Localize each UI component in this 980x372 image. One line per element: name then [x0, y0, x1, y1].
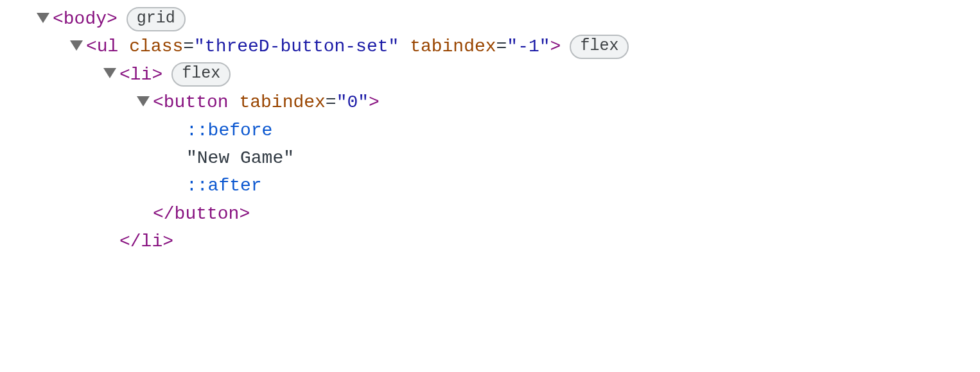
expand-arrow-icon[interactable]: [67, 40, 86, 53]
token-attr-eq: =: [496, 33, 507, 60]
token-attr-name: tabindex: [410, 33, 496, 60]
dom-close-button[interactable]: </button>: [0, 200, 980, 228]
token-attr-eq: =: [183, 33, 194, 60]
token-tag: >: [550, 33, 561, 60]
dom-close-li[interactable]: </li>: [0, 228, 980, 255]
dom-node-body[interactable]: <body>grid: [0, 5, 980, 33]
token-attr-name: tabindex: [239, 89, 325, 116]
layout-badge[interactable]: grid: [127, 7, 186, 31]
token-attr-eq: =: [326, 89, 337, 116]
token-attr-val: "0": [337, 89, 369, 116]
token-tag: <li>: [119, 61, 162, 89]
expand-arrow-icon[interactable]: [134, 96, 153, 109]
token-pseudo: ::after: [186, 172, 262, 199]
layout-badge[interactable]: flex: [171, 62, 231, 87]
token-tag: <button: [153, 89, 239, 116]
expand-arrow-icon[interactable]: [100, 68, 119, 81]
token-attr-val: "threeD-button-set": [194, 33, 399, 60]
dom-pseudo-after[interactable]: ::after: [0, 172, 980, 199]
token-tag: [399, 33, 410, 60]
expand-arrow-icon[interactable]: [33, 13, 53, 26]
token-tag: </li>: [119, 228, 173, 255]
dom-node-li[interactable]: <li>flex: [0, 61, 980, 89]
token-tag: <ul: [86, 33, 129, 60]
token-tag: <body>: [53, 5, 118, 33]
dom-tree: <body>grid<ul class="threeD-button-set" …: [0, 5, 980, 256]
token-pseudo: ::before: [186, 117, 272, 144]
token-attr-name: class: [129, 33, 183, 60]
token-tag: </button>: [153, 200, 250, 228]
token-attr-val: "-1": [507, 33, 550, 60]
token-textnode: "New Game": [186, 144, 294, 172]
token-tag: >: [369, 89, 380, 116]
layout-badge[interactable]: flex: [570, 35, 629, 59]
dom-node-ul[interactable]: <ul class="threeD-button-set" tabindex="…: [0, 33, 980, 60]
dom-text-node[interactable]: "New Game": [0, 144, 980, 172]
dom-node-button[interactable]: <button tabindex="0">: [0, 89, 980, 116]
dom-pseudo-before[interactable]: ::before: [0, 117, 980, 144]
